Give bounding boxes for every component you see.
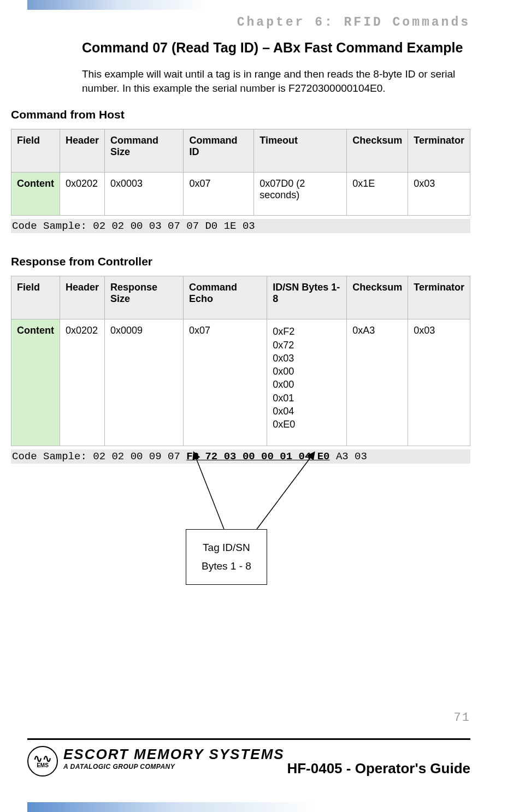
company-logo: ∿∿ EMS ESCORT MEMORY SYSTEMS A DATALOGIC… xyxy=(27,746,285,777)
cell-idsn-bytes: 0xF2 0x72 0x03 0x00 0x00 0x01 0x04 0xE0 xyxy=(267,319,347,446)
cell-response-size: 0x0009 xyxy=(105,319,184,446)
controller-table: Field Header Response Size Command Echo … xyxy=(11,276,470,446)
col-header: Header xyxy=(60,276,104,319)
col-command-size: Command Size xyxy=(105,129,184,173)
section-title: Command 07 (Read Tag ID) – ABx Fast Comm… xyxy=(82,38,470,57)
col-terminator: Terminator xyxy=(408,276,470,319)
cell-command-echo: 0x07 xyxy=(184,319,267,446)
table-row: Field Header Response Size Command Echo … xyxy=(11,276,470,319)
response-from-controller-heading: Response from Controller xyxy=(11,255,470,268)
col-checksum: Checksum xyxy=(347,276,408,319)
cell-terminator: 0x03 xyxy=(408,319,470,446)
cell-checksum: 0xA3 xyxy=(347,319,408,446)
row-label: Content xyxy=(11,319,60,446)
top-gradient-bar xyxy=(27,0,208,10)
bottom-gradient-bar xyxy=(27,802,317,812)
cell-command-id: 0x07 xyxy=(184,173,254,216)
command-from-host-heading: Command from Host xyxy=(11,108,470,121)
callout-line2: Bytes 1 - 8 xyxy=(202,557,251,576)
row-label: Content xyxy=(11,173,60,216)
svg-line-1 xyxy=(257,453,314,529)
cell-header: 0x0202 xyxy=(60,173,104,216)
footer-divider xyxy=(27,738,470,740)
wave-icon: ∿∿ xyxy=(33,755,52,762)
cell-header: 0x0202 xyxy=(60,319,104,446)
company-tagline: A DATALOGIC GROUP COMPANY xyxy=(63,763,285,770)
col-timeout: Timeout xyxy=(254,129,347,173)
guide-title: HF-0405 - Operator's Guide xyxy=(287,760,470,777)
col-command-echo: Command Echo xyxy=(184,276,267,319)
ems-logo-icon: ∿∿ EMS xyxy=(27,746,58,777)
ems-abbr: EMS xyxy=(37,762,49,768)
col-command-id: Command ID xyxy=(184,129,254,173)
cell-command-size: 0x0003 xyxy=(105,173,184,216)
host-code-sample: Code Sample: 02 02 00 03 07 07 D0 1E 03 xyxy=(11,219,470,233)
col-idsn-bytes: ID/SN Bytes 1-8 xyxy=(267,276,347,319)
table-row: Content 0x0202 0x0003 0x07 0x07D0 (2 sec… xyxy=(11,173,470,216)
company-name: ESCORT MEMORY SYSTEMS xyxy=(63,746,285,763)
page-number: 71 xyxy=(454,711,470,725)
col-field: Field xyxy=(11,129,60,173)
chapter-header: Chapter 6: RFID Commands xyxy=(237,15,470,29)
table-row: Content 0x0202 0x0009 0x07 0xF2 0x72 0x0… xyxy=(11,319,470,446)
cell-timeout: 0x07D0 (2 seconds) xyxy=(254,173,347,216)
cell-terminator: 0x03 xyxy=(408,173,470,216)
host-table: Field Header Command Size Command ID Tim… xyxy=(11,129,470,216)
page-footer: ∿∿ EMS ESCORT MEMORY SYSTEMS A DATALOGIC… xyxy=(27,738,470,790)
col-response-size: Response Size xyxy=(105,276,184,319)
cell-checksum: 0x1E xyxy=(347,173,408,216)
code-bytes: 02 02 00 03 07 07 D0 1E 03 xyxy=(93,220,255,232)
svg-line-0 xyxy=(194,453,224,529)
code-prefix: Code Sample: xyxy=(12,220,93,232)
callout-line1: Tag ID/SN xyxy=(202,538,251,557)
intro-paragraph: This example will wait until a tag is in… xyxy=(82,67,470,95)
col-field: Field xyxy=(11,276,60,319)
col-terminator: Terminator xyxy=(408,129,470,173)
col-header: Header xyxy=(60,129,104,173)
table-row: Field Header Command Size Command ID Tim… xyxy=(11,129,470,173)
col-checksum: Checksum xyxy=(347,129,408,173)
diagram-area: Tag ID/SN Bytes 1 - 8 xyxy=(11,442,470,595)
tag-id-callout-box: Tag ID/SN Bytes 1 - 8 xyxy=(186,529,267,585)
